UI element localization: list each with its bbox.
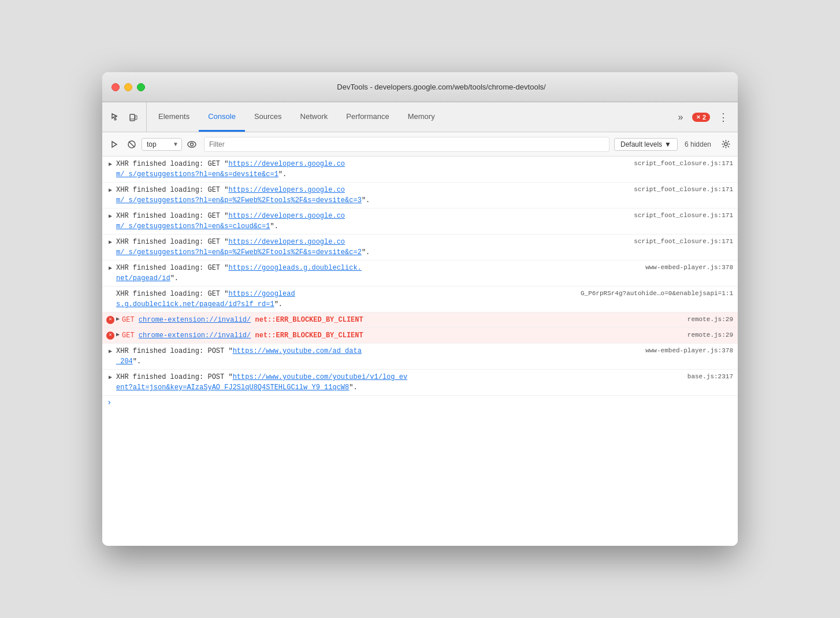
expand-arrow-wrap[interactable]: ▶ (116, 315, 120, 323)
entry-source[interactable]: www-embed-player.js:378 (645, 346, 733, 356)
entry-content: XHR finished loading: GET "https://devel… (116, 185, 629, 206)
entry-content: XHR finished loading: GET "https://devel… (116, 159, 629, 180)
devtools-window: DevTools - developers.google.com/web/too… (102, 72, 738, 546)
entry-link[interactable]: ent?alt=json&key=AIzaSyAO_FJ2SlqU8Q4STEH… (116, 384, 349, 392)
expand-arrow-icon[interactable]: ▶ (105, 211, 116, 221)
entry-link[interactable]: chrome-extension://invalid/ (139, 316, 251, 324)
tabs-container: Elements Console Sources Network Perform… (149, 102, 672, 132)
close-button[interactable] (111, 83, 120, 91)
console-entry: ▶ XHR finished loading: POST "https://ww… (102, 344, 738, 370)
expand-arrow-icon[interactable]: ▶ (105, 185, 116, 195)
console-entry: ▶ XHR finished loading: GET "https://dev… (102, 183, 738, 209)
error-count-badge[interactable]: 2 (692, 113, 710, 122)
tab-console[interactable]: Console (199, 102, 245, 132)
error-icon: ✕ (105, 330, 116, 340)
console-entry: ▶ XHR finished loading: GET "https://dev… (102, 157, 738, 183)
expand-arrow-icon[interactable]: ▶ (105, 159, 116, 169)
expand-arrow-icon[interactable]: ▶ (105, 346, 116, 356)
expand-arrow-icon[interactable]: ▶ (105, 372, 116, 382)
entry-source[interactable]: base.js:2317 (687, 372, 733, 382)
console-entry: ▶ XHR finished loading: POST "https://ww… (102, 370, 738, 396)
entry-link[interactable]: s.g.doubleclick.net/pagead/id?slf_rd=1 (116, 300, 274, 308)
settings-button[interactable] (718, 137, 733, 152)
entry-link[interactable]: https://www.youtube.com/youtubei/v1/log_… (233, 373, 407, 381)
entry-content: XHR finished loading: GET "https://googl… (116, 289, 576, 310)
entry-spacer (105, 289, 116, 290)
minimize-button[interactable] (124, 83, 132, 91)
inspect-icon[interactable] (107, 109, 123, 125)
prompt-caret-icon: › (107, 398, 111, 407)
tab-bar: Elements Console Sources Network Perform… (102, 102, 738, 132)
tab-elements[interactable]: Elements (149, 102, 199, 132)
entry-link[interactable]: https://googlead (228, 290, 295, 298)
svg-rect-1 (135, 116, 137, 120)
entry-source[interactable]: script_foot_closure.js:171 (634, 211, 733, 221)
tab-network[interactable]: Network (291, 102, 337, 132)
context-select[interactable]: top (142, 138, 182, 151)
svg-point-7 (191, 143, 194, 146)
expand-arrow-wrap[interactable]: ▶ (116, 330, 120, 339)
expand-arrow-icon[interactable]: ▶ (105, 237, 116, 247)
entry-content: GET chrome-extension://invalid/ net::ERR… (122, 315, 683, 325)
entry-link[interactable]: https://developers.google.co (228, 212, 345, 220)
entry-source[interactable]: remote.js:29 (687, 315, 733, 325)
entry-link[interactable]: https://developers.google.co (228, 160, 345, 168)
entry-content: XHR finished loading: GET "https://devel… (116, 237, 629, 258)
context-selector[interactable]: top ▼ (142, 138, 182, 151)
entry-link[interactable]: https://www.youtube.com/ad_data (233, 347, 362, 355)
svg-line-5 (129, 142, 135, 147)
entry-link[interactable]: m/_s/getsuggestions?hl=en&p=%2Fweb%2Ftoo… (116, 196, 362, 204)
eye-button[interactable] (184, 137, 199, 152)
entry-source[interactable]: script_foot_closure.js:171 (634, 185, 733, 195)
entry-source[interactable]: G_P6rpRSr4g?autohide…o=0&enablejsapi=1:1 (581, 289, 733, 299)
more-options-button[interactable]: ⋮ (713, 109, 733, 126)
tab-memory[interactable]: Memory (399, 102, 444, 132)
entry-link[interactable]: m/_s/getsuggestions?hl=en&s=devsite&c=1 (116, 170, 278, 178)
traffic-lights (111, 83, 145, 91)
entry-source[interactable]: script_foot_closure.js:171 (634, 237, 733, 247)
tab-bar-right: » 2 ⋮ (672, 102, 733, 132)
console-entry-error: ✕ ▶ GET chrome-extension://invalid/ net:… (102, 328, 738, 344)
console-entry: ▶ XHR finished loading: GET "https://dev… (102, 209, 738, 234)
entry-content: XHR finished loading: POST "https://www.… (116, 372, 683, 393)
console-entry: ▶ XHR finished loading: GET "https://goo… (102, 260, 738, 286)
tab-sources[interactable]: Sources (245, 102, 291, 132)
console-entry: XHR finished loading: GET "https://googl… (102, 286, 738, 312)
filter-input-wrap (204, 137, 609, 152)
console-entry-error: ✕ ▶ GET chrome-extension://invalid/ net:… (102, 312, 738, 328)
svg-rect-0 (130, 114, 135, 121)
window-title: DevTools - developers.google.com/web/too… (154, 83, 729, 91)
entry-link[interactable]: https://developers.google.co (228, 238, 345, 246)
entry-link[interactable]: m/_s/getsuggestions?hl=en&s=cloud&c=1 (116, 222, 270, 230)
entry-source[interactable]: www-embed-player.js:378 (645, 263, 733, 273)
error-icon: ✕ (105, 315, 116, 324)
device-icon[interactable] (125, 109, 142, 125)
hidden-count: 6 hidden (680, 140, 716, 148)
levels-dropdown[interactable]: Default levels ▼ (614, 138, 678, 151)
entry-link[interactable]: _204 (116, 358, 133, 366)
entry-link[interactable]: chrome-extension://invalid/ (139, 332, 251, 340)
console-toolbar: top ▼ Default levels ▼ 6 hidden (102, 132, 738, 157)
entry-source[interactable]: remote.js:29 (687, 330, 733, 340)
more-tabs-button[interactable]: » (672, 109, 689, 125)
levels-arrow-icon: ▼ (664, 140, 671, 148)
tab-performance[interactable]: Performance (337, 102, 398, 132)
svg-point-6 (188, 142, 196, 147)
entry-link[interactable]: m/_s/getsuggestions?hl=en&p=%2Fweb%2Ftoo… (116, 248, 362, 256)
entry-link[interactable]: https://developers.google.co (228, 186, 345, 194)
clear-button[interactable] (124, 137, 139, 152)
run-button[interactable] (107, 137, 122, 152)
entry-content: XHR finished loading: GET "https://googl… (116, 263, 641, 284)
filter-input[interactable] (205, 138, 609, 151)
entry-content: GET chrome-extension://invalid/ net::ERR… (122, 330, 683, 341)
svg-marker-3 (112, 142, 117, 147)
maximize-button[interactable] (137, 83, 145, 91)
entry-source[interactable]: script_foot_closure.js:171 (634, 159, 733, 169)
console-entry: ▶ XHR finished loading: GET "https://dev… (102, 234, 738, 260)
entry-content: XHR finished loading: POST "https://www.… (116, 346, 641, 367)
console-output[interactable]: ▶ XHR finished loading: GET "https://dev… (102, 157, 738, 546)
entry-link[interactable]: https://googleads.g.doubleclick. (228, 264, 361, 272)
expand-arrow-icon[interactable]: ▶ (105, 263, 116, 273)
console-prompt[interactable]: › (102, 396, 738, 409)
entry-link[interactable]: net/pagead/id (116, 274, 170, 282)
